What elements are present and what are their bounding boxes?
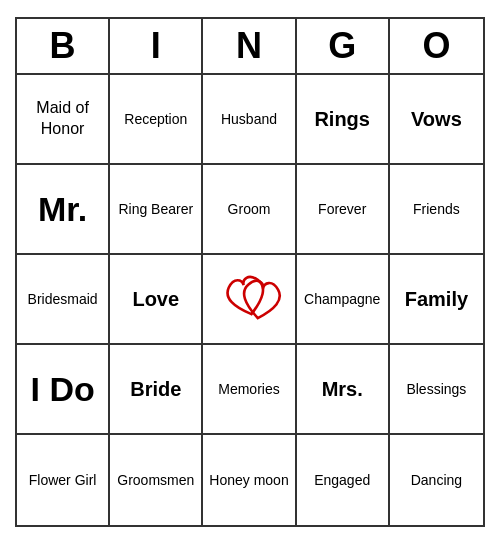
bingo-cell[interactable]: Forever [297,165,390,255]
bingo-cell[interactable]: Family [390,255,483,345]
cell-text: Reception [124,110,187,128]
cell-text: Mrs. [322,376,363,402]
bingo-cell[interactable]: Groomsmen [110,435,203,525]
cell-text: Dancing [411,471,462,489]
bingo-cell[interactable]: Maid of Honor [17,75,110,165]
bingo-cell[interactable]: Honey moon [203,435,296,525]
cell-text: Maid of Honor [21,98,104,140]
bingo-cell[interactable]: Mrs. [297,345,390,435]
bingo-cell[interactable]: Reception [110,75,203,165]
cell-text: Engaged [314,471,370,489]
bingo-card: BINGO Maid of HonorReceptionHusbandRings… [15,17,485,527]
bingo-cell[interactable]: Blessings [390,345,483,435]
bingo-cell[interactable]: Flower Girl [17,435,110,525]
bingo-cell[interactable]: Love [110,255,203,345]
cell-text: Friends [413,200,460,218]
cell-text: Champagne [304,290,380,308]
bingo-cell[interactable]: Friends [390,165,483,255]
bingo-cell[interactable]: Ring Bearer [110,165,203,255]
cell-text: Rings [314,106,370,132]
bingo-cell[interactable]: Dancing [390,435,483,525]
cell-text: Memories [218,380,279,398]
hearts-icon [211,262,286,337]
bingo-cell[interactable]: Engaged [297,435,390,525]
header-letter: O [390,19,483,73]
bingo-cell[interactable]: Champagne [297,255,390,345]
bingo-cell[interactable]: Bride [110,345,203,435]
bingo-cell[interactable]: Groom [203,165,296,255]
bingo-cell[interactable]: I Do [17,345,110,435]
bingo-cell[interactable]: Bridesmaid [17,255,110,345]
cell-text: Vows [411,106,462,132]
cell-text: Flower Girl [29,471,97,489]
cell-text: Groomsmen [117,471,194,489]
bingo-header: BINGO [17,19,483,75]
bingo-cell[interactable]: Rings [297,75,390,165]
cell-text: Ring Bearer [118,200,193,218]
header-letter: G [297,19,390,73]
bingo-grid: Maid of HonorReceptionHusbandRingsVowsMr… [17,75,483,525]
header-letter: N [203,19,296,73]
cell-text: Love [132,286,179,312]
cell-text: Blessings [406,380,466,398]
cell-text: Honey moon [209,471,288,489]
cell-text: Bride [130,376,181,402]
bingo-cell[interactable]: Husband [203,75,296,165]
cell-text: I Do [30,367,94,411]
cell-text: Mr. [38,187,87,231]
header-letter: I [110,19,203,73]
header-letter: B [17,19,110,73]
bingo-cell[interactable]: Mr. [17,165,110,255]
cell-text: Groom [228,200,271,218]
bingo-cell[interactable] [203,255,296,345]
bingo-cell[interactable]: Memories [203,345,296,435]
cell-text: Bridesmaid [28,290,98,308]
cell-text: Forever [318,200,366,218]
bingo-cell[interactable]: Vows [390,75,483,165]
cell-text: Husband [221,110,277,128]
cell-text: Family [405,286,468,312]
